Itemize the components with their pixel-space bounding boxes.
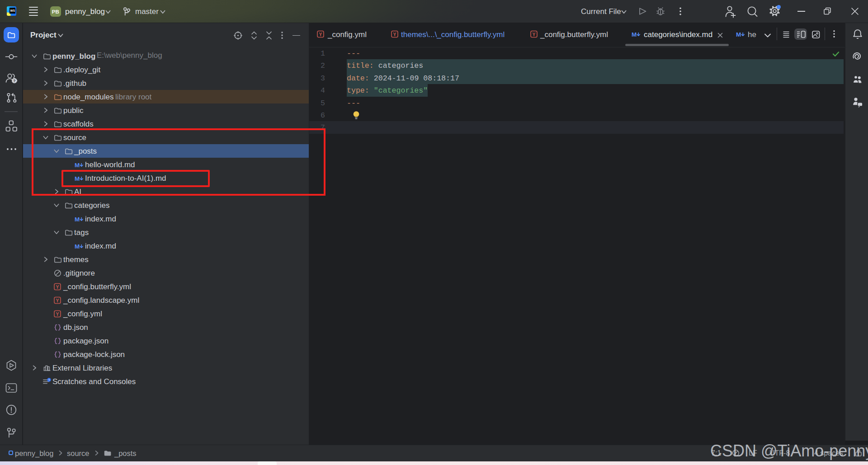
svg-text:Y: Y bbox=[393, 32, 396, 37]
svg-text:M: M bbox=[75, 243, 80, 249]
svg-text:Y: Y bbox=[319, 32, 322, 37]
svg-text:Y: Y bbox=[56, 311, 59, 316]
svg-text:Y: Y bbox=[56, 297, 59, 303]
svg-text:M: M bbox=[75, 216, 80, 222]
svg-text:Y: Y bbox=[532, 32, 535, 37]
svg-text:Y: Y bbox=[56, 284, 59, 289]
svg-text:M: M bbox=[632, 31, 637, 38]
svg-text:M: M bbox=[736, 31, 741, 38]
svg-text:?: ? bbox=[13, 79, 16, 83]
